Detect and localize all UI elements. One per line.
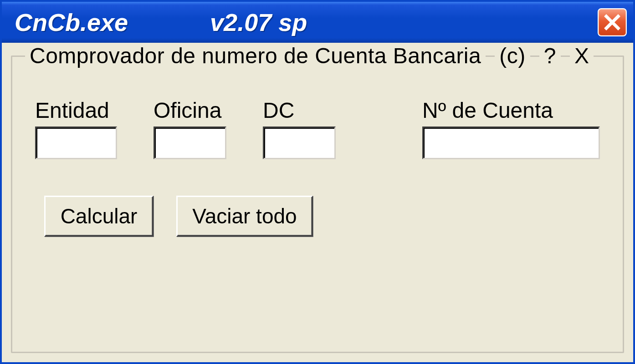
entidad-field: Entidad (35, 98, 117, 159)
groupbox-legend: Comprovador de numero de Cuenta Bancaria… (25, 43, 614, 68)
close-icon (604, 14, 620, 30)
cuenta-field: Nº de Cuenta (422, 98, 600, 159)
entidad-input[interactable] (35, 126, 117, 159)
dc-field: DC (263, 98, 336, 159)
main-groupbox: Comprovador de numero de Cuenta Bancaria… (11, 56, 624, 353)
group-title: Comprovador de numero de Cuenta Bancaria (25, 43, 486, 68)
vaciar-button[interactable]: Vaciar todo (176, 196, 313, 237)
help-link[interactable]: ? (539, 43, 561, 68)
title-text: CnCb.exe v2.07 sp (15, 8, 307, 36)
cuenta-label: Nº de Cuenta (422, 98, 600, 123)
copyright-link[interactable]: (c) (495, 43, 530, 68)
app-version: v2.07 sp (210, 8, 307, 36)
calcular-button[interactable]: Calcular (44, 196, 154, 237)
fields-row: Entidad Oficina DC Nº de Cuenta (35, 98, 600, 159)
oficina-field: Oficina (154, 98, 226, 159)
dc-input[interactable] (263, 126, 336, 159)
window-close-button[interactable] (598, 8, 627, 36)
cuenta-input[interactable] (422, 126, 600, 159)
dc-label: DC (263, 98, 336, 123)
group-close-link[interactable]: X (570, 43, 594, 68)
app-name: CnCb.exe (15, 8, 128, 36)
titlebar: CnCb.exe v2.07 sp (2, 2, 633, 43)
oficina-label: Oficina (154, 98, 226, 123)
oficina-input[interactable] (154, 126, 226, 159)
buttons-row: Calcular Vaciar todo (44, 196, 600, 237)
client-area: Comprovador de numero de Cuenta Bancaria… (2, 43, 633, 362)
app-window: CnCb.exe v2.07 sp Comprovador de numero … (0, 0, 635, 364)
entidad-label: Entidad (35, 98, 117, 123)
